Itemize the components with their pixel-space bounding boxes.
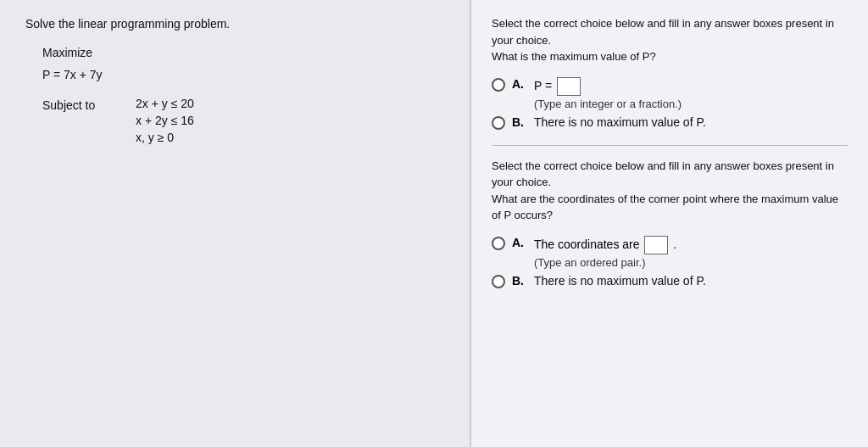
q2-option-b-row: B. There is no maximum value of P. <box>492 274 848 288</box>
q2-option-a-text: The coordinates are <box>534 237 640 250</box>
q1-label-a: A. <box>512 77 527 91</box>
q2-option-a-content: The coordinates are . (Type an ordered p… <box>534 236 676 269</box>
constraint-1: 2x + y ≤ 20 <box>136 97 194 110</box>
q2-options: A. The coordinates are . (Type an ordere… <box>492 236 848 288</box>
q1-label-b: B. <box>512 115 527 129</box>
constraint-2: x + 2y ≤ 16 <box>136 114 194 127</box>
q1-option-a-content: P = (Type an integer or a fraction.) <box>534 77 682 110</box>
q2-radio-a[interactable] <box>492 237 505 250</box>
q1-radio-b[interactable] <box>492 116 505 130</box>
q1-option-a-row: A. P = (Type an integer or a fraction.) <box>492 77 848 110</box>
q1-answer-box[interactable] <box>557 77 581 96</box>
objective-function: P = 7x + 7y <box>42 68 444 81</box>
q1-instruction: Select the correct choice below and fill… <box>492 15 848 65</box>
right-panel: Select the correct choice below and fill… <box>470 0 868 447</box>
q2-option-b-text: There is no maximum value of P. <box>534 274 706 288</box>
q2-label-b: B. <box>512 274 527 288</box>
q1-options: A. P = (Type an integer or a fraction.) … <box>492 77 848 130</box>
constraint-3: x, y ≥ 0 <box>136 131 194 144</box>
q2-answer-box[interactable] <box>644 236 668 254</box>
q1-option-a-text: P = <box>534 78 552 92</box>
constraints-list: 2x + y ≤ 20 x + 2y ≤ 16 x, y ≥ 0 <box>136 97 194 144</box>
q1-hint: (Type an integer or a fraction.) <box>534 98 682 110</box>
q2-radio-b[interactable] <box>492 275 505 288</box>
q2-option-a-row: A. The coordinates are . (Type an ordere… <box>492 236 848 269</box>
subject-to-label: Subject to <box>42 97 110 112</box>
q1-radio-a[interactable] <box>492 78 505 92</box>
q2-label-a: A. <box>512 236 527 249</box>
q2-instruction-text: Select the correct choice below and fill… <box>492 159 838 222</box>
q2-period: . <box>673 237 676 250</box>
q1-instruction-text: Select the correct choice below and fill… <box>492 17 834 63</box>
q1-option-b-row: B. There is no maximum value of P. <box>492 115 848 130</box>
problem-title: Solve the linear programming problem. <box>25 17 444 31</box>
q1-option-b-text: There is no maximum value of P. <box>534 115 706 129</box>
left-panel: Solve the linear programming problem. Ma… <box>0 0 470 447</box>
q2-hint: (Type an ordered pair.) <box>534 256 676 269</box>
maximize-label: Maximize <box>42 46 444 59</box>
constraints-section: Subject to 2x + y ≤ 20 x + 2y ≤ 16 x, y … <box>42 97 444 144</box>
q2-instruction: Select the correct choice below and fill… <box>492 158 848 224</box>
divider <box>492 145 848 146</box>
